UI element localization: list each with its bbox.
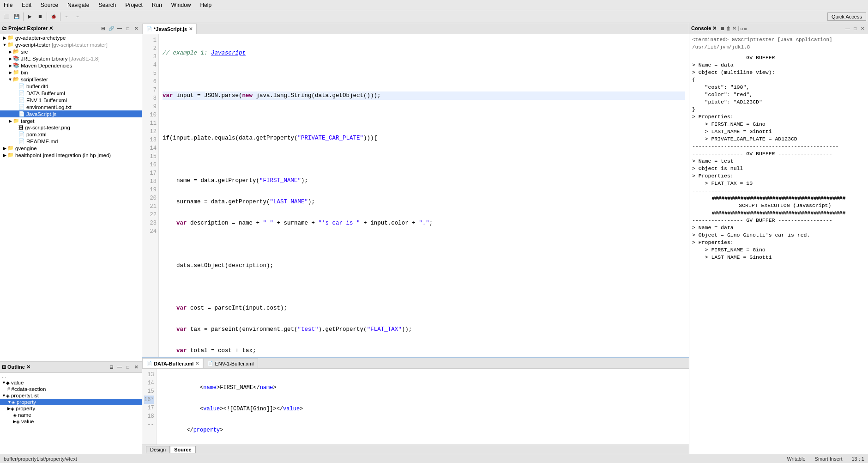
design-tab[interactable]: Design <box>146 446 170 453</box>
toolbar-stop-btn[interactable]: ⏹ <box>36 12 45 21</box>
console-line-33: ---------------- GV BUFFER -------------… <box>692 217 865 224</box>
toolbar-new-btn[interactable]: ⬜ <box>2 12 11 21</box>
tree-item-src[interactable]: ▶ 📂 src <box>0 48 142 55</box>
tree-item-readme[interactable]: 📄 README.md <box>0 138 142 145</box>
menu-file[interactable]: File <box>2 1 14 9</box>
tab-env-buffer[interactable]: 📄 ENV-1-Buffer.xml <box>203 358 258 368</box>
tree-item-gv-adapter[interactable]: ▶ 📁 gv-adapter-archetype <box>0 34 142 41</box>
quick-access-button[interactable]: Quick Access <box>827 12 866 21</box>
main-layout: 🗂 Project Explorer ✕ ⊟ 🔗 — □ ✕ ▶ 📁 gv-ad… <box>0 23 868 454</box>
console-line-19: > Name = test <box>692 158 865 165</box>
menu-help[interactable]: Help <box>199 1 214 9</box>
menu-navigate[interactable]: Navigate <box>66 1 91 9</box>
xml-code[interactable]: <name>FIRST_NAME</name> <value><![CDATA[… <box>157 369 689 445</box>
tree-item-healthpoint[interactable]: ▶ 📁 healthpoint-jmed-integration (in hp-… <box>0 152 142 158</box>
console-line-4: > Object (multiline view): <box>692 69 865 76</box>
tree-label-bin: bin <box>21 70 28 75</box>
tree-item-gvengine[interactable]: ▶ 📁 gvengine <box>0 145 142 152</box>
arrow-value: ▼ <box>2 380 6 385</box>
toolbar-fwd-btn[interactable]: → <box>72 12 82 21</box>
menu-project[interactable]: Project <box>123 1 144 9</box>
tree-item-scripttester[interactable]: ▼ 📂 scriptTester <box>0 76 142 83</box>
editor-content: 1 2 3 4 5 6 7 8 9 10 11 12 13 14 <box>142 34 689 357</box>
source-tab[interactable]: Source <box>170 446 195 453</box>
design-source-tabs: Design Source <box>146 446 196 453</box>
close-icon[interactable]: ✕ <box>133 25 140 32</box>
menu-search[interactable]: Search <box>96 1 118 9</box>
menu-window[interactable]: Window <box>169 1 193 9</box>
tree-item-javascript[interactable]: 📄 JavaScript.js <box>0 110 142 117</box>
tree-item-env-buffer[interactable]: 📄 ENV-1-Buffer.xml <box>0 97 142 104</box>
console-line-31: ########################################… <box>692 209 865 217</box>
tab-javascript[interactable]: 📄 *JavaScript.js ✕ <box>142 24 197 34</box>
code-line-7: name = data.getProperty("FIRST_NAME"); <box>163 177 685 185</box>
outline-item-propertylist[interactable]: ▼ ◈ propertyList <box>0 392 142 399</box>
tree-item-pom[interactable]: 📄 pom.xml <box>0 131 142 138</box>
tree-item-target[interactable]: ▶ 📁 target <box>0 117 142 124</box>
minimize-icon[interactable]: — <box>116 25 123 32</box>
project-explorer-title: 🗂 Project Explorer ✕ <box>2 25 99 31</box>
outline-item-property2[interactable]: ▶ ◈ property <box>0 405 142 412</box>
menu-edit[interactable]: Edit <box>20 1 33 9</box>
tree-item-maven[interactable]: ▶ 📚 Maven Dependencies <box>0 62 142 69</box>
outline-item-ellipsis[interactable]: ... <box>0 373 142 379</box>
tree-label-hp: healthpoint-jmed-integration (in hp-jmed… <box>15 152 111 158</box>
outline-close-icon[interactable]: ✕ <box>133 364 140 371</box>
bottom-editor: 📄 DATA-Buffer.xml ✕ 📄 ENV-1-Buffer.xml 1… <box>142 357 689 454</box>
outline-maximize-icon[interactable]: □ <box>124 364 132 371</box>
xml-ln-18: 18 <box>144 412 154 420</box>
scripttester-folder-icon: 📂 <box>13 76 19 82</box>
maximize-icon[interactable]: □ <box>124 25 132 32</box>
console-close-icon[interactable]: ✕ <box>859 25 866 32</box>
console-icons: ⏹ 🗑 ✕ | ⊟ ⊞ <box>720 26 747 31</box>
console-line-25: ----------------------------------------… <box>692 187 865 195</box>
toolbar-back-btn[interactable]: ← <box>62 12 72 21</box>
link-editor-icon[interactable]: 🔗 <box>108 25 115 32</box>
ellipsis-label: ... <box>2 373 6 379</box>
tree-item-png[interactable]: 🖼 gv-script-tester.png <box>0 124 142 131</box>
xml-line-14: <value><![CDATA[Gino]]></value> <box>160 405 685 413</box>
menu-run[interactable]: Run <box>150 1 164 9</box>
tree-arrow-maven: ▶ <box>7 63 13 68</box>
outline-item-name[interactable]: ◈ name <box>0 412 142 418</box>
code-line-13: var cost = parseInt(input.cost); <box>163 304 685 312</box>
console-minimize-icon[interactable]: — <box>844 25 851 32</box>
outline-item-value2[interactable]: ▶ ◈ value <box>0 418 142 425</box>
menu-source[interactable]: Source <box>39 1 60 9</box>
xml-ln-15: 15 <box>144 387 154 396</box>
code-line-8: surname = data.getProperty("LAST_NAME"); <box>163 198 685 206</box>
outline-item-cdata[interactable]: # #cdata-section <box>0 386 142 392</box>
line-num-7: 7 <box>146 86 157 94</box>
tree-label: gv-adapter-archetype <box>15 35 66 41</box>
outline-label-value: value <box>11 380 24 385</box>
tree-item-gv-script-tester[interactable]: ▼ 📁 gv-script-tester [gv-script-tester m… <box>0 41 142 48</box>
toolbar-save-btn[interactable]: 💾 <box>12 12 21 21</box>
toolbar-debug-btn[interactable]: 🐞 <box>49 12 58 21</box>
js-editor-area[interactable]: 1 2 3 4 5 6 7 8 9 10 11 12 13 14 <box>142 34 689 357</box>
xml-ln-16: 16° <box>144 396 154 404</box>
console-line-11: > Properties: <box>692 113 865 121</box>
xml-editor-area[interactable]: 13 14 15 16° 17 18 -- <name>FIRST_NAME</… <box>142 369 689 445</box>
line-num-23: 23 <box>146 219 157 227</box>
collapse-all-icon[interactable]: ⊟ <box>99 25 107 32</box>
tree-item-data-buffer[interactable]: 📄 DATA-Buffer.xml <box>0 90 142 97</box>
outline-item-value[interactable]: ▼ ◆ value <box>0 379 142 386</box>
console-maximize-icon[interactable]: □ <box>851 25 859 32</box>
outline-collapse-icon[interactable]: ⊟ <box>108 364 115 371</box>
toolbar-run-btn[interactable]: ▶ <box>25 12 35 21</box>
console-content: <terminated> GVScriptTester [Java Applic… <box>689 34 868 454</box>
outline-minimize-icon[interactable]: — <box>116 364 123 371</box>
tree-item-bin[interactable]: ▶ 📁 bin <box>0 69 142 76</box>
outline-label-value2: value <box>21 419 34 424</box>
code-line-2 <box>163 70 685 79</box>
tree-item-buffer-dtd[interactable]: 📄 buffer.dtd <box>0 83 142 90</box>
tab-data-buffer[interactable]: 📄 DATA-Buffer.xml ✕ <box>142 358 203 368</box>
tab-data-buffer-close[interactable]: ✕ <box>195 361 199 366</box>
console-line-40: > FIRST_NAME = Gino <box>692 246 865 254</box>
tree-item-jre[interactable]: ▶ 📚 JRE System Library [JavaSE-1.8] <box>0 55 142 62</box>
outline-item-property-selected[interactable]: ▼ ◈ property <box>0 399 142 405</box>
tree-item-envlog[interactable]: 📄 environmentLog.txt <box>0 104 142 110</box>
status-position: 13 : 1 <box>851 456 864 462</box>
tab-javascript-close[interactable]: ✕ <box>189 26 193 31</box>
code-lines[interactable]: // example 1: Javascript var input = JSO… <box>159 34 689 357</box>
